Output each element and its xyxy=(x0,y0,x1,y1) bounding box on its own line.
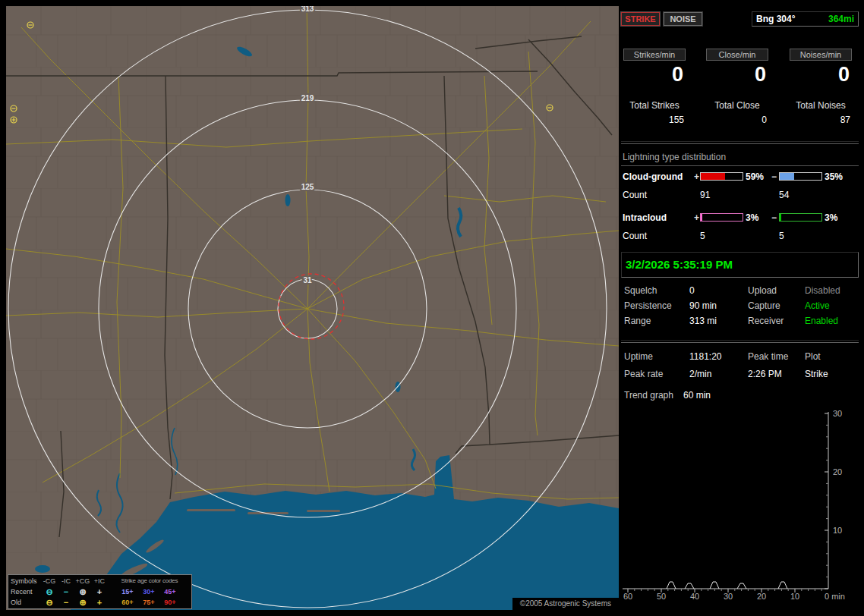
intracloud-label: Intracloud xyxy=(623,212,667,223)
intracloud-count-row: Count 5 5 xyxy=(621,231,859,241)
close-column: Close/min 0 Total Close 0 xyxy=(706,49,768,125)
bearing-label: Bng 304° xyxy=(756,12,795,26)
x-tick-40: 40 xyxy=(690,592,699,601)
y-tick-20: 20 xyxy=(833,467,842,476)
total-strikes-label: Total Strikes xyxy=(623,100,686,111)
x-tick-30: 30 xyxy=(724,592,733,601)
legend-symbols-header: Symbols xyxy=(8,576,41,586)
plot-label: Plot xyxy=(805,351,821,363)
noise-toggle-button[interactable]: NOISE xyxy=(664,12,702,26)
settings-row-1: Squelch 0 Upload Disabled xyxy=(621,285,859,297)
close-per-min-value: 0 xyxy=(706,64,768,85)
settings-row-2: Persistence 90 min Capture Active xyxy=(621,300,859,312)
stats-row-2: Peak rate 2/min 2:26 PM Strike xyxy=(621,369,859,380)
x-axis-end-label: 0 min xyxy=(825,592,845,601)
persistence-label: Persistence xyxy=(624,300,672,312)
strikes-column: Strikes/min 0 Total Strikes 155 xyxy=(623,49,686,125)
receiver-status: Enabled xyxy=(805,316,838,327)
peak-rate-value: 2/min xyxy=(689,369,711,380)
divider xyxy=(621,141,859,144)
minus-sign: − xyxy=(771,171,777,182)
neg-cg-percent: 35% xyxy=(825,171,843,182)
upload-label: Upload xyxy=(748,285,777,297)
neg-ic-count: 5 xyxy=(779,231,784,241)
age-90: 90+ xyxy=(159,597,181,608)
legend-old-row: Old ⊖ − ⊕ + 60+ 75+ 90+ xyxy=(8,597,191,608)
y-tick-10: 10 xyxy=(833,526,842,535)
total-noises-label: Total Noises xyxy=(790,100,852,111)
age-45: 45+ xyxy=(159,586,181,597)
settings-row-3: Range 313 mi Receiver Enabled xyxy=(621,316,859,327)
pos-cg-percent: 59% xyxy=(746,171,764,182)
pos-cg-old-icon: ⊕ xyxy=(74,597,91,608)
neg-ic-old-icon: − xyxy=(58,597,74,608)
cloud-ground-label: Cloud-ground xyxy=(623,171,683,182)
neg-cg-recent-icon: ⊖ xyxy=(41,586,58,597)
legend-recent-row: Recent ⊖ − ⊕ + 15+ 30+ 45+ xyxy=(8,586,191,597)
bearing-display: Bng 304° 364mi xyxy=(752,11,859,27)
receiver-label: Receiver xyxy=(748,316,784,327)
count-label: Count xyxy=(623,231,647,241)
pos-cg-bar xyxy=(700,172,743,181)
map-canvas: 313 219 125 31 xyxy=(6,6,619,610)
map-legend: Symbols -CG -IC +CG +IC Strike age color… xyxy=(8,574,192,609)
divider xyxy=(621,165,859,166)
trend-graph-label: Trend graph xyxy=(624,390,673,401)
status-panel: STRIKE NOISE Bng 304° 364mi Strikes/min … xyxy=(621,6,859,610)
total-noises-value: 87 xyxy=(790,115,852,125)
neg-ic-recent-icon: − xyxy=(58,586,74,597)
pos-cg-recent-icon: ⊕ xyxy=(74,586,91,597)
intracloud-row: Intracloud + 3% − 3% xyxy=(621,212,859,223)
cloud-ground-count-row: Count 91 54 xyxy=(621,190,859,200)
strike-rate-spikes xyxy=(667,582,787,589)
lightning-map[interactable]: 313 219 125 31 Symbols -CG -IC +CG +IC S… xyxy=(6,6,619,610)
legend-col-pos-cg: +CG xyxy=(74,576,91,586)
plus-sign: + xyxy=(694,171,699,182)
plot-value: Strike xyxy=(805,369,828,380)
strike-toggle-button[interactable]: STRIKE xyxy=(621,12,660,26)
age-15: 15+ xyxy=(117,586,138,597)
capture-label: Capture xyxy=(748,300,780,312)
age-60: 60+ xyxy=(117,597,138,608)
squelch-value: 0 xyxy=(689,285,695,297)
squelch-label: Squelch xyxy=(624,285,657,297)
legend-col-neg-ic: -IC xyxy=(58,576,74,586)
distribution-title: Lightning type distribution xyxy=(623,152,726,162)
graph-axes xyxy=(623,412,828,589)
noises-per-min-header: Noises/min xyxy=(790,49,852,61)
age-30: 30+ xyxy=(138,586,159,597)
graph-minor-ticks xyxy=(635,425,828,591)
pos-ic-bar xyxy=(700,213,743,222)
count-label: Count xyxy=(623,190,647,200)
total-close-value: 0 xyxy=(706,115,768,125)
capture-status: Active xyxy=(805,300,830,312)
legend-recent-label: Recent xyxy=(8,586,41,597)
range-ring-label-31: 31 xyxy=(303,276,312,284)
legend-col-neg-cg: -CG xyxy=(41,576,58,586)
upload-status: Disabled xyxy=(805,285,840,297)
minus-sign: − xyxy=(771,212,777,223)
x-tick-60: 60 xyxy=(623,592,632,601)
range-ring-label-125: 125 xyxy=(301,183,314,191)
pos-ic-old-icon: + xyxy=(91,597,108,608)
noises-per-min-value: 0 xyxy=(790,64,852,85)
persistence-value: 90 min xyxy=(689,300,717,312)
legend-col-pos-ic: +IC xyxy=(91,576,108,586)
trend-graph-value: 60 min xyxy=(683,390,711,401)
x-tick-20: 20 xyxy=(757,592,766,601)
total-close-label: Total Close xyxy=(706,100,768,111)
pos-ic-count: 5 xyxy=(700,231,705,241)
y-tick-30: 30 xyxy=(833,409,842,418)
strikes-per-min-header: Strikes/min xyxy=(623,49,686,61)
pos-ic-percent: 3% xyxy=(746,212,758,223)
nexstorm-window: 313 219 125 31 Symbols -CG -IC +CG +IC S… xyxy=(0,0,864,616)
range-ring-label-313: 313 xyxy=(301,6,314,13)
divider xyxy=(621,340,859,343)
range-label: Range xyxy=(624,316,651,327)
trend-graph: 30 20 10 60 50 40 30 20 10 0 min xyxy=(621,408,859,610)
strikes-per-min-value: 0 xyxy=(623,64,686,85)
neg-cg-bar xyxy=(779,172,822,181)
neg-cg-count: 54 xyxy=(779,190,789,200)
plus-sign: + xyxy=(694,212,699,223)
close-per-min-header: Close/min xyxy=(706,49,768,61)
